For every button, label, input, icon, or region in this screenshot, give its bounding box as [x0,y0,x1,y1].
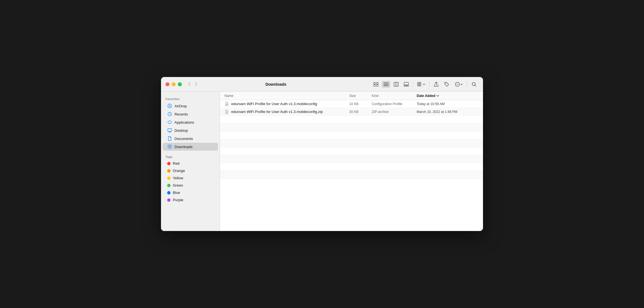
tag-label: Blue [173,191,180,195]
col-date-header[interactable]: Date Added [417,94,479,98]
empty-row [220,139,483,147]
finder-window: Downloads [161,77,483,231]
favorites-label: Favorites [161,95,220,102]
svg-rect-0 [374,82,375,84]
list-view-button[interactable] [382,81,390,88]
svg-rect-9 [394,82,398,86]
col-size-header[interactable]: Size [349,94,372,98]
empty-row [220,171,483,179]
svg-rect-16 [418,85,419,86]
file-kind: ZIP archive [372,110,417,114]
svg-line-24 [475,85,476,86]
sidebar-item-label: Recents [174,112,188,116]
share-button[interactable] [432,81,441,88]
column-view-button[interactable] [392,81,400,88]
tag-label: Orange [173,169,185,173]
table-row[interactable]: eduroam WiFi Profile for User Auth v1.3.… [220,100,483,108]
empty-row [220,116,483,124]
file-date: March 10, 2022 at 1:48 PM [417,110,479,114]
config-file-icon [225,102,229,106]
red-dot [167,162,171,165]
svg-rect-14 [418,82,419,84]
documents-icon [167,136,172,141]
svg-rect-10 [404,82,409,85]
traffic-lights [165,82,182,86]
sidebar-item-label: Documents [174,137,193,141]
sidebar-tag-blue[interactable]: Blue [163,189,218,196]
minimize-button[interactable] [172,82,176,86]
gallery-view-button[interactable] [402,81,411,88]
tag-button[interactable] [442,81,451,88]
purple-dot [167,198,171,202]
airdrop-icon [167,103,172,108]
col-kind-header[interactable]: Kind [372,94,417,98]
empty-row [220,155,483,163]
svg-point-21 [457,84,458,84]
sidebar: Favorites AirDrop [161,92,220,231]
sidebar-item-label: Downloads [174,145,192,149]
toolbar-separator-1 [413,81,413,87]
sidebar-tag-yellow[interactable]: Yellow [163,175,218,182]
file-size: 20 KB [349,110,372,114]
table-row[interactable]: eduroam WiFi Profile for User Auth v1.3.… [220,108,483,116]
file-kind: Configuration Profile [372,102,417,106]
svg-rect-3 [377,85,378,86]
sidebar-item-applications[interactable]: Applications [163,118,218,126]
empty-row [220,124,483,132]
more-button[interactable] [453,81,465,88]
orange-dot [167,169,171,173]
sidebar-tag-orange[interactable]: Orange [163,167,218,174]
col-name-header[interactable]: Name [225,94,349,98]
svg-rect-17 [419,85,421,86]
window-title: Downloads [180,82,372,87]
empty-row [220,163,483,171]
close-button[interactable] [165,82,169,86]
sort-chevron-icon [436,95,439,97]
blue-dot [167,191,171,194]
toolbar-separator-3 [467,81,467,87]
search-button[interactable] [470,81,479,88]
sidebar-item-downloads[interactable]: Downloads [163,143,218,151]
sidebar-tag-green[interactable]: Green [163,182,218,189]
sidebar-tag-red[interactable]: Red [163,160,218,167]
zip-file-icon [225,110,229,114]
tag-label: Yellow [173,176,183,180]
file-name: eduroam WiFi Profile for User Auth v1.3.… [231,110,323,114]
sidebar-item-label: Applications [174,120,194,124]
file-name-cell: eduroam WiFi Profile for User Auth v1.3.… [225,102,349,106]
sidebar-item-documents[interactable]: Documents [163,135,218,142]
yellow-dot [167,176,171,180]
sidebar-item-airdrop[interactable]: AirDrop [163,102,218,110]
file-name-cell: eduroam WiFi Profile for User Auth v1.3.… [225,110,349,114]
file-date: Today at 10:59 AM [417,102,479,106]
svg-rect-13 [407,85,409,86]
svg-rect-28 [168,129,172,132]
downloads-icon [167,144,172,149]
file-list: eduroam WiFi Profile for User Auth v1.3.… [220,100,483,231]
applications-icon [167,120,172,125]
tag-label: Red [173,161,180,166]
title-bar: Downloads [161,77,483,92]
empty-row [220,147,483,155]
svg-rect-15 [419,82,421,84]
svg-point-26 [169,105,170,106]
svg-rect-12 [406,85,407,86]
svg-point-18 [446,83,446,83]
empty-row [220,132,483,139]
group-by-button[interactable] [415,81,427,88]
content-area: Favorites AirDrop [161,92,483,231]
icon-view-button[interactable] [372,81,380,88]
tag-label: Purple [173,198,183,202]
toolbar-separator-2 [429,81,430,87]
main-content: Name Size Kind Date Added [220,92,483,231]
sidebar-item-label: Desktop [174,128,188,133]
tags-label: Tags [161,153,220,160]
svg-rect-11 [404,85,405,86]
sidebar-item-desktop[interactable]: Desktop [163,126,218,134]
file-name: eduroam WiFi Profile for User Auth v1.3.… [231,102,317,106]
desktop-icon [167,128,172,133]
sidebar-item-recents[interactable]: Recents [163,110,218,118]
sidebar-tag-purple[interactable]: Purple [163,196,218,203]
tag-label: Green [173,183,183,187]
green-dot [167,184,171,187]
